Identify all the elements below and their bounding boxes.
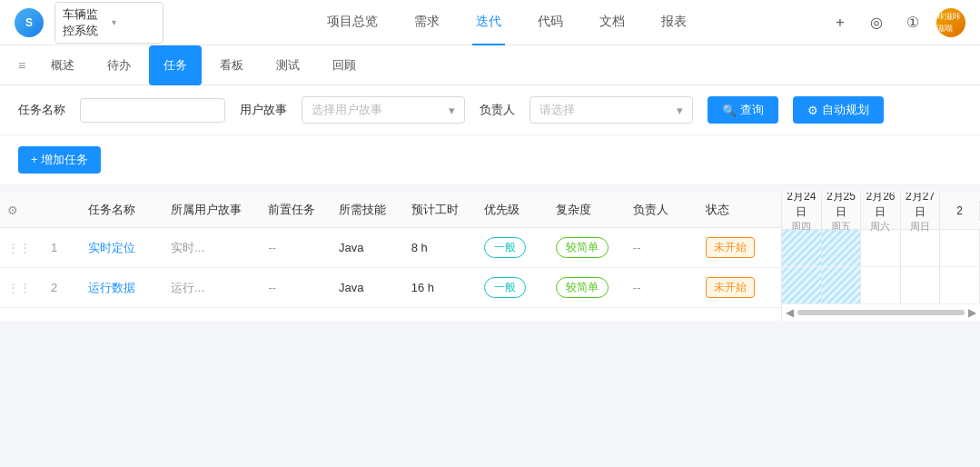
row-priority: 一般	[477, 268, 549, 308]
row-skill: Java	[332, 268, 404, 308]
gantt-cell	[822, 267, 862, 303]
task-name-input[interactable]	[80, 98, 225, 123]
subtab-todo[interactable]: 待办	[93, 45, 145, 85]
row-story: 实时...	[163, 228, 261, 268]
col-name-header: 任务名称	[81, 193, 163, 228]
gantt-rows	[782, 230, 980, 304]
owner-arrow-icon: ▾	[677, 104, 683, 117]
alert-icon[interactable]: ①	[900, 10, 926, 35]
search-icon: 🔍	[722, 104, 737, 117]
col-status-header: 状态	[698, 193, 781, 228]
avatar-text: 咔滋咔滋嗡	[936, 11, 965, 35]
col-priority-header: 优先级	[477, 193, 549, 228]
table-row: ⋮⋮ 1 实时定位 实时... -- Java 8 h 一般 较简单 -- 未开…	[0, 228, 781, 268]
row-name[interactable]: 实时定位	[81, 228, 163, 268]
tab-docs[interactable]: 文档	[596, 0, 629, 45]
col-settings: ⚙	[0, 193, 44, 228]
col-complex-header: 复杂度	[549, 193, 625, 228]
menu-icon[interactable]: ≡	[18, 58, 25, 73]
owner-placeholder: 请选择	[539, 102, 575, 118]
gantt-area: 2月24日周四2月25日周五2月26日周六2月27日周日2 ◀ ▶	[781, 193, 980, 321]
query-label: 查询	[740, 102, 764, 118]
sub-nav: ≡ 概述 待办 任务 看板 测试 回顾	[0, 45, 980, 85]
tab-iteration[interactable]: 迭代	[472, 0, 505, 45]
col-skill-header: 所需技能	[332, 193, 404, 228]
action-bar: + 增加任务	[0, 135, 980, 185]
gantt-cell	[940, 230, 980, 266]
project-selector[interactable]: 车辆监控系统 ▾	[54, 2, 163, 44]
auto-label: 自动规划	[822, 102, 869, 118]
row-story: 运行...	[163, 268, 261, 308]
user-story-select[interactable]: 选择用户故事 ▾	[302, 96, 465, 124]
row-owner: --	[626, 228, 698, 268]
gantt-next-icon[interactable]: ▶	[968, 306, 976, 319]
table-wrapper: ⚙ 任务名称 所属用户故事 前置任务 所需技能 预计工时 优先级 复杂度 负责人	[0, 193, 980, 321]
add-task-button[interactable]: + 增加任务	[18, 146, 101, 174]
row-num: 1	[44, 228, 81, 268]
col-num-header	[44, 193, 81, 228]
gantt-row	[782, 267, 980, 304]
row-name[interactable]: 运行数据	[81, 268, 163, 308]
gantt-cell	[901, 267, 941, 303]
subtab-overview[interactable]: 概述	[36, 45, 89, 85]
gantt-prev-icon[interactable]: ◀	[786, 306, 794, 319]
row-status: 未开始	[698, 268, 781, 308]
row-time: 16 h	[404, 268, 477, 308]
subtab-task[interactable]: 任务	[149, 45, 202, 85]
row-owner: --	[626, 268, 698, 308]
gantt-col-header: 2	[940, 201, 980, 221]
chevron-down-icon: ▾	[112, 17, 155, 27]
row-complex: 较简单	[549, 228, 625, 268]
col-pre-header: 前置任务	[261, 193, 332, 228]
auto-plan-button[interactable]: ⚙ 自动规划	[793, 96, 884, 124]
gantt-row	[782, 230, 980, 267]
tab-requirements[interactable]: 需求	[411, 0, 443, 45]
col-story-header: 所属用户故事	[163, 193, 261, 228]
row-status: 未开始	[698, 228, 781, 268]
gantt-cell	[940, 267, 980, 303]
main-table: ⚙ 任务名称 所属用户故事 前置任务 所需技能 预计工时 优先级 复杂度 负责人	[0, 193, 781, 321]
gantt-nav: ◀ ▶	[782, 304, 980, 321]
subtab-test[interactable]: 测试	[262, 45, 314, 85]
add-icon[interactable]: +	[827, 10, 853, 35]
row-complex: 较简单	[549, 268, 625, 308]
owner-select[interactable]: 请选择 ▾	[530, 96, 693, 124]
gantt-scrollbar[interactable]	[797, 310, 965, 315]
avatar[interactable]: 咔滋咔滋嗡	[936, 8, 965, 37]
query-button[interactable]: 🔍 查询	[708, 96, 778, 124]
row-drag: ⋮⋮	[0, 268, 44, 308]
task-name-link[interactable]: 实时定位	[88, 241, 135, 254]
target-icon[interactable]: ◎	[864, 10, 889, 35]
logo-text: S	[25, 16, 33, 29]
logo-area: S	[15, 8, 44, 37]
app-logo[interactable]: S	[15, 8, 44, 37]
main-tabs: 项目总览 需求 迭代 代码 文档 报表	[185, 0, 827, 45]
user-story-label: 用户故事	[240, 102, 287, 118]
row-pre: --	[261, 228, 332, 268]
gantt-cell	[782, 267, 822, 303]
table-row: ⋮⋮ 2 运行数据 运行... -- Java 16 h 一般 较简单 -- 未…	[0, 268, 781, 308]
tab-reports[interactable]: 报表	[658, 0, 690, 45]
section-divider	[0, 185, 980, 193]
subtab-review[interactable]: 回顾	[318, 45, 371, 85]
user-story-placeholder: 选择用户故事	[312, 102, 382, 118]
top-nav: S 车辆监控系统 ▾ 项目总览 需求 迭代 代码 文档 报表 + ◎ ① 咔滋咔…	[0, 0, 980, 45]
row-time: 8 h	[404, 228, 477, 268]
task-name-link[interactable]: 运行数据	[88, 281, 135, 294]
top-actions: + ◎ ① 咔滋咔滋嗡	[827, 8, 965, 37]
gantt-cell	[782, 230, 822, 266]
filter-bar: 任务名称 用户故事 选择用户故事 ▾ 负责人 请选择 ▾ 🔍 查询 ⚙ 自动规划	[0, 85, 980, 135]
user-story-arrow-icon: ▾	[449, 104, 455, 117]
gantt-cell	[822, 230, 862, 266]
subtab-kanban[interactable]: 看板	[205, 45, 258, 85]
settings-icon[interactable]: ⚙	[7, 204, 18, 217]
project-name: 车辆监控系统	[63, 6, 106, 39]
tab-code[interactable]: 代码	[534, 0, 567, 45]
row-pre: --	[261, 268, 332, 308]
row-drag: ⋮⋮	[0, 228, 44, 268]
tab-overview[interactable]: 项目总览	[323, 0, 381, 45]
col-owner-header: 负责人	[626, 193, 698, 228]
row-skill: Java	[332, 228, 404, 268]
owner-label: 负责人	[480, 102, 515, 118]
row-priority: 一般	[477, 228, 549, 268]
